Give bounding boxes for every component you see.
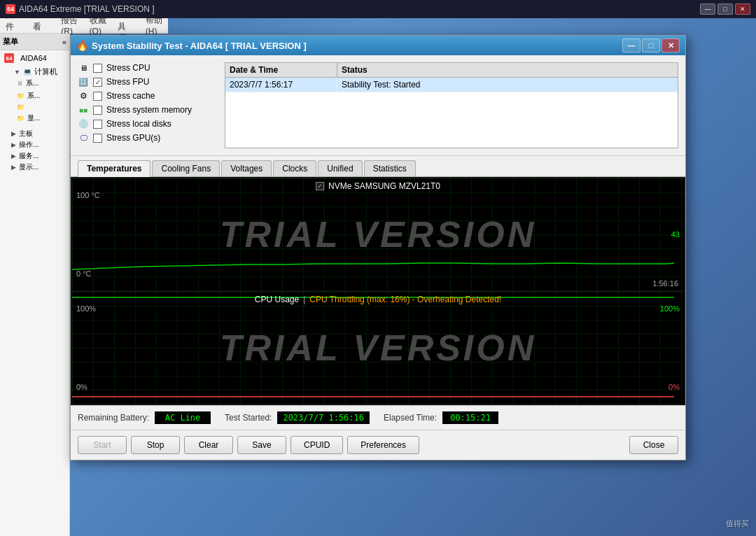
gpu-icon: 🖵: [78, 132, 89, 143]
temperature-chart-svg: [72, 178, 684, 290]
aida64-sidebar-icon: 64: [4, 53, 14, 63]
sidebar-panel: 菜单 « 64 AIDA64 ▼ 💻 计算机 🖥 系...: [0, 34, 70, 536]
chart1-value: 43: [671, 230, 680, 239]
stress-gpu-option[interactable]: 🖵 Stress GPU(s): [78, 132, 218, 143]
close-outer-button[interactable]: ✕: [735, 3, 750, 15]
stress-disks-checkbox[interactable]: [93, 120, 102, 129]
chart1-device-label: NVMe SAMSUNG MZVL21T0: [328, 181, 440, 191]
watermark: 值得买: [726, 519, 749, 529]
sidebar-item-service[interactable]: ▶ 服务...: [11, 150, 69, 162]
dialog-minimize-button[interactable]: —: [622, 38, 640, 52]
tab-voltages[interactable]: Voltages: [221, 160, 272, 176]
stress-cpu-option[interactable]: 🖥 Stress CPU: [78, 62, 218, 73]
sidebar-item-computer[interactable]: ▼ 💻 计算机: [6, 66, 69, 78]
sidebar-more-items: ▶ 主板 ▶ 操作... ▶ 服务... ▶ 显示...: [6, 128, 69, 173]
chart1-checkbox[interactable]: [316, 182, 324, 190]
aida64-icon: 64: [6, 4, 15, 14]
stress-cache-label: Stress cache: [106, 91, 155, 101]
log-header-status: Status: [337, 63, 678, 77]
close-dialog-button[interactable]: Close: [629, 436, 678, 454]
sidebar-tree: ▼ 💻 计算机 🖥 系... 📁 系... 📁: [0, 66, 69, 173]
tab-clocks[interactable]: Clocks: [273, 160, 316, 176]
elapsed-time-item: Elapsed Time: 00:15:21: [384, 411, 498, 424]
stability-test-dialog: 🔥 System Stability Test - AIDA64 [ TRIAL…: [70, 35, 686, 460]
chart1-y-top: 100 °C: [76, 191, 100, 199]
sidebar-item-4[interactable]: 📁 显...: [14, 113, 69, 124]
sidebar-item-2[interactable]: 📁 系...: [14, 90, 69, 101]
outer-menubar: 文件(F) 查看(V) 报告(R) 收藏(O) 工具(T) 帮助(H): [0, 18, 168, 34]
sidebar-item-display[interactable]: ▶ 显示...: [11, 162, 69, 173]
chart2-y-bottom: 0%: [76, 383, 88, 391]
dialog-top-section: 🖥 Stress CPU 🔢 Stress FPU ⚙ Stress cache: [71, 55, 685, 156]
tab-unified[interactable]: Unified: [318, 160, 362, 176]
cpu-icon: 🖥: [78, 62, 89, 73]
tab-temperatures[interactable]: Temperatures: [78, 160, 150, 177]
log-cell-datetime-0: 2023/7/7 1:56:17: [225, 78, 337, 92]
stress-cpu-label: Stress CPU: [106, 63, 150, 73]
dialog-maximize-button[interactable]: □: [642, 38, 660, 52]
stress-memory-option[interactable]: ■■ Stress system memory: [78, 104, 218, 115]
desktop: 64 AIDA64 Extreme [TRIAL VERSION ] — □ ✕…: [0, 0, 756, 536]
sidebar-computer-label: 计算机: [34, 66, 57, 77]
outer-title-text: AIDA64 Extreme [TRIAL VERSION ]: [19, 4, 700, 14]
stress-cache-checkbox[interactable]: [93, 92, 102, 101]
dialog-tabs: Temperatures Cooling Fans Voltages Clock…: [71, 156, 685, 177]
remaining-battery-item: Remaining Battery: AC Line: [78, 411, 211, 424]
button-bar: Start Stop Clear Save CPUID Preferences …: [71, 430, 685, 460]
maximize-button[interactable]: □: [718, 3, 733, 15]
dialog-titlebar: 🔥 System Stability Test - AIDA64 [ TRIAL…: [71, 36, 685, 55]
log-body: 2023/7/7 1:56:17 Stability Test: Started: [225, 78, 678, 148]
log-header-datetime: Date & Time: [225, 63, 337, 77]
remaining-battery-label: Remaining Battery:: [78, 413, 149, 423]
stress-cpu-checkbox[interactable]: [93, 64, 102, 73]
chart1-x-time: 1:56:16: [652, 279, 678, 288]
sidebar-item-os[interactable]: ▶ 操作...: [11, 139, 69, 150]
tab-cooling-fans[interactable]: Cooling Fans: [152, 160, 220, 176]
elapsed-time-value: 00:15:21: [442, 411, 498, 424]
charts-area: NVMe SAMSUNG MZVL21T0 100 °C 0 °C 1:56:1…: [71, 177, 685, 405]
sidebar-item-3[interactable]: 📁: [14, 103, 69, 111]
cache-icon: ⚙: [78, 90, 89, 101]
stress-memory-checkbox[interactable]: [93, 106, 102, 115]
stress-options-panel: 🖥 Stress CPU 🔢 Stress FPU ⚙ Stress cache: [78, 62, 218, 148]
outer-titlebar: 64 AIDA64 Extreme [TRIAL VERSION ] — □ ✕: [0, 0, 756, 18]
dialog-close-button[interactable]: ✕: [662, 38, 680, 52]
preferences-button[interactable]: Preferences: [347, 436, 419, 454]
sidebar-computer-icon: 💻: [23, 68, 31, 76]
sidebar-header: 菜单 «: [0, 34, 69, 50]
sidebar-item-1[interactable]: 🖥 系...: [14, 78, 69, 89]
fire-icon: 🔥: [76, 40, 88, 51]
log-table: Date & Time Status 2023/7/7 1:56:17 Stab…: [225, 62, 678, 148]
sidebar-sub-items: 🖥 系... 📁 系... 📁 📁 显...: [6, 78, 69, 124]
stop-button[interactable]: Stop: [131, 436, 180, 454]
sidebar-aida64-root[interactable]: 64 AIDA64: [0, 50, 69, 66]
chart1-label-row: NVMe SAMSUNG MZVL21T0: [72, 181, 684, 191]
stress-cache-option[interactable]: ⚙ Stress cache: [78, 90, 218, 101]
sidebar-collapse[interactable]: «: [62, 38, 66, 46]
log-row-0: 2023/7/7 1:56:17 Stability Test: Started: [225, 78, 678, 92]
stress-disks-label: Stress local disks: [106, 119, 172, 129]
test-started-value: 2023/7/7 1:56:16: [277, 411, 370, 424]
save-button[interactable]: Save: [237, 436, 286, 454]
cpu-chart-svg: [72, 292, 684, 404]
start-button[interactable]: Start: [78, 436, 127, 454]
svg-rect-4: [72, 178, 684, 290]
cpu-usage-chart: CPU Usage | CPU Throttling (max: 16%) - …: [72, 292, 684, 404]
tab-statistics[interactable]: Statistics: [364, 160, 416, 176]
status-bar: Remaining Battery: AC Line Test Started:…: [71, 405, 685, 430]
stress-gpu-checkbox[interactable]: [93, 134, 102, 143]
stress-gpu-label: Stress GPU(s): [106, 133, 160, 143]
chart2-label-row: CPU Usage | CPU Throttling (max: 16%) - …: [72, 295, 684, 304]
remaining-battery-value: AC Line: [155, 411, 211, 424]
stress-fpu-checkbox[interactable]: [93, 78, 102, 87]
clear-button[interactable]: Clear: [184, 436, 233, 454]
cpuid-button[interactable]: CPUID: [290, 436, 343, 454]
minimize-button[interactable]: —: [700, 3, 715, 15]
stress-fpu-option[interactable]: 🔢 Stress FPU: [78, 76, 218, 87]
chart2-throttle-label: CPU Throttling (max: 16%) - Overheating …: [309, 295, 501, 304]
sidebar-item-motherboard[interactable]: ▶ 主板: [11, 128, 69, 139]
stress-disks-option[interactable]: 💿 Stress local disks: [78, 118, 218, 129]
sidebar-root-label: AIDA64: [20, 54, 47, 62]
test-started-item: Test Started: 2023/7/7 1:56:16: [225, 411, 370, 424]
stress-memory-label: Stress system memory: [106, 105, 192, 115]
